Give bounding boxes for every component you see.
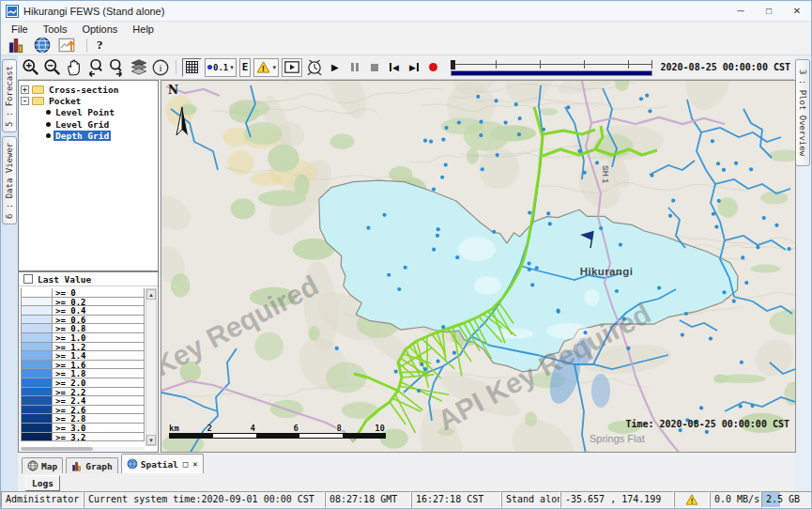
menu-item[interactable]: File bbox=[4, 23, 36, 35]
tree-item[interactable]: - Pocket bbox=[21, 95, 156, 106]
pause-icon bbox=[351, 63, 359, 71]
close-button[interactable]: ✕ bbox=[783, 1, 811, 22]
zoom-in-icon[interactable] bbox=[22, 58, 40, 77]
animation-timer-icon[interactable] bbox=[305, 58, 324, 77]
legend-row: >= 3.2 bbox=[21, 432, 145, 442]
tree-item-label[interactable]: Level Point bbox=[54, 107, 116, 117]
current-map-datetime: 2020-08-25 00:00:00 CST bbox=[661, 62, 790, 72]
tab-forecast[interactable]: 5 : Forecast bbox=[2, 59, 17, 132]
left-panel: + Cross-section - Pocket Level Po bbox=[18, 80, 159, 453]
view-tab-bar: Map Graph Spatial □ ✕ bbox=[18, 453, 794, 473]
status-memory: 2.5 GB bbox=[761, 491, 812, 508]
scale-tick-label: 6 bbox=[255, 424, 299, 433]
tree-item-label[interactable]: Level Grid bbox=[54, 119, 111, 130]
zoom-previous-icon[interactable] bbox=[86, 58, 105, 77]
last-value-label: Last Value bbox=[38, 274, 91, 285]
bullet-icon bbox=[46, 122, 51, 127]
legend-header: Last Value bbox=[19, 272, 158, 286]
skip-to-end-button[interactable]: ▶ bbox=[406, 59, 422, 76]
scroll-down-icon[interactable]: ▼ bbox=[146, 435, 156, 445]
folder-icon bbox=[32, 97, 44, 105]
tree-item-label[interactable]: Pocket bbox=[47, 96, 83, 106]
info-icon[interactable]: i bbox=[151, 58, 170, 77]
folder-icon bbox=[32, 85, 44, 94]
scale-unit: km bbox=[169, 424, 192, 433]
time-slider-handle[interactable] bbox=[451, 60, 455, 69]
tab-plot-overview[interactable]: 3 : Plot Overview bbox=[795, 59, 810, 166]
logs-button[interactable]: Logs bbox=[25, 475, 60, 491]
status-user: Administrator bbox=[1, 491, 84, 508]
place-label-hikurangi: Hikurangi bbox=[563, 266, 650, 277]
help-icon[interactable]: ? bbox=[97, 38, 103, 53]
pause-button[interactable] bbox=[346, 59, 363, 76]
tab-graph-label[interactable]: Graph bbox=[85, 461, 113, 471]
status-throughput: 0.0 MB/s bbox=[710, 491, 761, 508]
scroll-up-icon[interactable]: ▲ bbox=[146, 289, 156, 300]
minimize-button[interactable]: ─ bbox=[727, 1, 755, 22]
scale-tick-label: 4 bbox=[212, 424, 255, 433]
scale-bar: km 246810 bbox=[169, 424, 387, 439]
spatial-maximize-icon[interactable]: □ bbox=[183, 459, 188, 469]
spatial-close-icon[interactable]: ✕ bbox=[192, 459, 197, 469]
tab-data-viewer[interactable]: 6 : Data Viewer bbox=[2, 136, 17, 224]
left-tab-strip: 5 : Forecast 6 : Data Viewer bbox=[1, 55, 18, 491]
hscroll-thumb[interactable] bbox=[21, 447, 93, 451]
play-button[interactable]: ▶ bbox=[327, 59, 344, 76]
legend-color-swatch bbox=[21, 432, 53, 442]
dropdown-arrow-icon: ▾ bbox=[272, 64, 276, 71]
app-logo-icon bbox=[6, 5, 19, 18]
status-system-time: Current system time:2020-09-01 00:00 CST bbox=[84, 491, 325, 508]
last-value-checkbox[interactable] bbox=[23, 274, 33, 284]
pan-hand-icon[interactable] bbox=[65, 58, 84, 77]
threshold-dot-icon bbox=[207, 65, 212, 69]
movie-export-button[interactable] bbox=[282, 58, 302, 77]
window-title: Hikurangi FEWS (Stand alone) bbox=[23, 6, 164, 17]
tab-spatial[interactable]: Spatial □ ✕ bbox=[121, 454, 204, 473]
time-slider[interactable] bbox=[451, 58, 652, 77]
status-coordinates: -35.657 , 174.199 bbox=[560, 491, 674, 508]
globe-icon[interactable] bbox=[33, 36, 52, 54]
title-bar: Hikurangi FEWS (Stand alone) ─ □ ✕ bbox=[1, 1, 811, 22]
menu-item[interactable]: Help bbox=[125, 23, 161, 35]
tab-map[interactable]: Map bbox=[22, 457, 63, 473]
elevation-button[interactable]: E bbox=[239, 58, 252, 77]
timeseries-import-icon[interactable] bbox=[58, 36, 77, 54]
zoom-next-icon[interactable] bbox=[108, 58, 127, 77]
tab-spatial-label[interactable]: Spatial bbox=[141, 459, 178, 470]
database-chart-icon[interactable] bbox=[8, 36, 26, 54]
tree-item[interactable]: + Cross-section bbox=[21, 84, 156, 95]
time-slider-track bbox=[451, 64, 652, 65]
window-controls: ─ □ ✕ bbox=[727, 1, 811, 22]
tab-graph[interactable]: Graph bbox=[66, 457, 118, 473]
menu-item[interactable]: Options bbox=[74, 23, 125, 35]
tree-item[interactable]: Level Point bbox=[21, 107, 156, 118]
bullet-icon bbox=[46, 110, 51, 115]
warning-threshold-dropdown[interactable]: ! ▾ bbox=[253, 58, 279, 77]
record-button[interactable] bbox=[425, 59, 442, 76]
tree-expander[interactable]: - bbox=[21, 97, 29, 105]
grid-icon bbox=[185, 60, 199, 74]
grid-display-button[interactable] bbox=[182, 58, 202, 77]
zoom-out-icon[interactable] bbox=[43, 58, 62, 77]
dropdown-arrow-icon: ▾ bbox=[230, 64, 234, 71]
menu-item[interactable]: Tools bbox=[36, 23, 75, 35]
maximize-button[interactable]: □ bbox=[755, 1, 783, 22]
status-warning-cell[interactable]: ! bbox=[674, 491, 710, 508]
graph-icon bbox=[71, 460, 83, 471]
tree-item[interactable]: Depth Grid bbox=[21, 131, 156, 142]
label-threshold-dropdown[interactable]: 0.1 ▾ bbox=[205, 58, 237, 77]
tree-item-label[interactable]: Cross-section bbox=[47, 85, 120, 95]
skip-start-icon: ◀ bbox=[390, 63, 399, 72]
skip-to-start-button[interactable]: ◀ bbox=[386, 59, 403, 76]
tree-item-label[interactable]: Depth Grid bbox=[54, 131, 111, 141]
map-time-label: Time: 2020-08-25 00:00:00 CST bbox=[625, 419, 789, 429]
tree-expander[interactable]: + bbox=[21, 85, 29, 94]
layers-icon[interactable] bbox=[130, 58, 148, 77]
tree-item[interactable]: Level Grid bbox=[21, 118, 156, 130]
legend-hscrollbar[interactable] bbox=[21, 447, 145, 451]
legend-scrollbar[interactable]: ▲ ▼ bbox=[146, 288, 157, 446]
warning-icon: ! bbox=[256, 61, 270, 73]
map-view[interactable]: N API Key Required API Key Required Hiku… bbox=[161, 80, 796, 453]
stop-button[interactable] bbox=[366, 59, 383, 76]
tab-map-label[interactable]: Map bbox=[41, 461, 57, 471]
